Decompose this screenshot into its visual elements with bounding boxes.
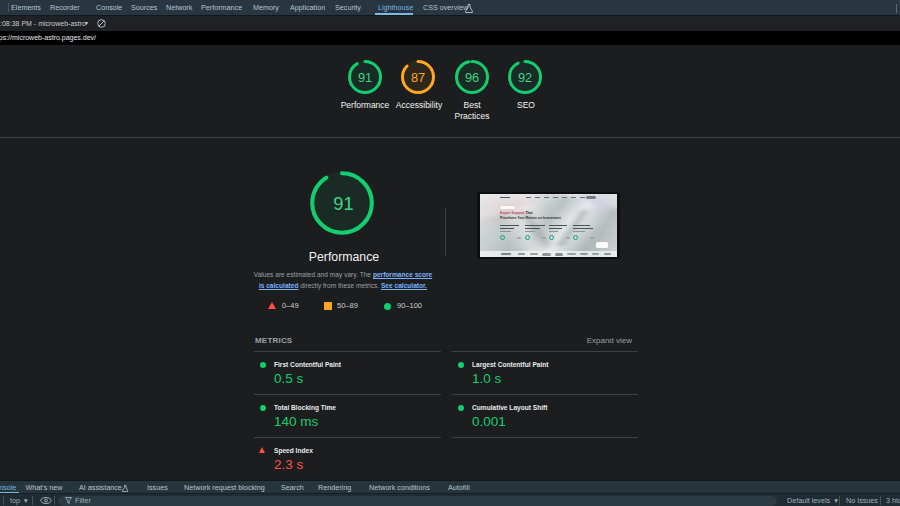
svg-text:91: 91 [357,70,371,85]
svg-text:96: 96 [464,70,478,85]
svg-text:91: 91 [333,192,353,213]
svg-text:92: 92 [518,70,532,85]
svg-text:87: 87 [411,70,425,85]
